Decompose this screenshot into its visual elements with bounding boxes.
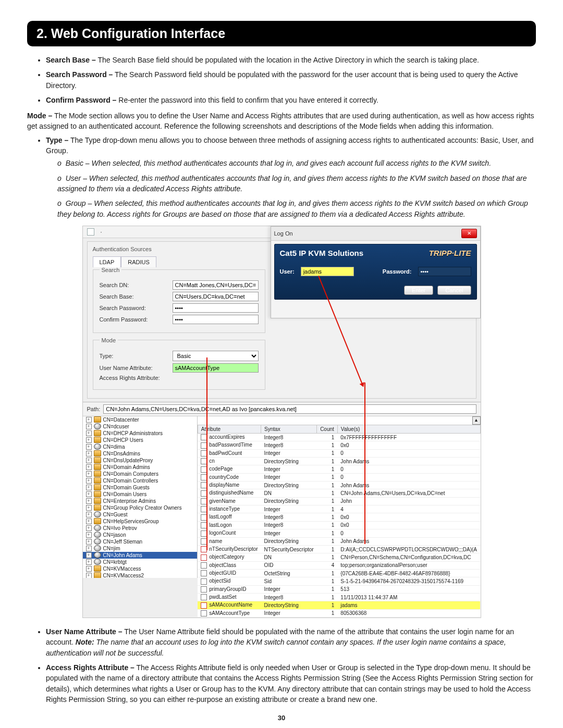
tree-node[interactable]: +CN=DHCP Users: [83, 437, 197, 443]
col-value[interactable]: Value(s): [337, 425, 480, 433]
search-password-input[interactable]: [173, 303, 259, 313]
tree-toggle-icon[interactable]: +: [86, 485, 92, 490]
attr-row[interactable]: objectCategoryDN1CN=Person,CN=Schema,CN=…: [198, 553, 480, 561]
tree-toggle-icon[interactable]: +: [86, 491, 92, 497]
attr-value: 513: [337, 585, 480, 593]
tree-toggle-icon[interactable]: +: [86, 424, 92, 429]
tab-ldap[interactable]: LDAP: [93, 256, 121, 267]
tree-toggle-icon[interactable]: +: [86, 417, 92, 423]
confirm-password-input[interactable]: [173, 315, 259, 324]
tree-toggle-icon[interactable]: +: [86, 519, 92, 524]
attr-value: 0x0: [337, 521, 480, 529]
attr-value: CN=John Adams,CN=Users,DC=kva,DC=net: [337, 489, 480, 497]
tree-node[interactable]: +CN=dcuser: [83, 423, 197, 430]
tree-toggle-icon[interactable]: +: [86, 573, 92, 578]
col-syntax[interactable]: Syntax: [261, 425, 317, 433]
folder-icon: [94, 416, 101, 423]
tree-node[interactable]: +CN=Datacenter: [83, 416, 197, 423]
attr-row[interactable]: objectGUIDOctetString1{07CA268B-EA4E-4DB…: [198, 569, 480, 577]
attr-row[interactable]: distinguishedNameDN1CN=John Adams,CN=Use…: [198, 489, 480, 497]
attr-value: 0x7FFFFFFFFFFFFFFF: [337, 433, 480, 441]
attr-row[interactable]: displayNameDirectoryString1John Adams: [198, 482, 480, 489]
ldap-path-input[interactable]: [103, 404, 476, 414]
tree-node[interactable]: +CN=Ivo Petrov: [83, 525, 197, 532]
tree-toggle-icon[interactable]: +: [86, 430, 92, 436]
tree-node[interactable]: +CN=John Adams: [83, 552, 197, 559]
attr-row[interactable]: sAMAccountNameDirectoryString1jadams: [198, 601, 480, 609]
attr-row[interactable]: badPasswordTimeInteger810x0: [198, 441, 480, 449]
attr-row[interactable]: primaryGroupIDInteger1513: [198, 585, 480, 593]
tree-node[interactable]: +CN=KVMaccess2: [83, 572, 197, 578]
tree-toggle-icon[interactable]: +: [86, 532, 92, 538]
tree-toggle-icon[interactable]: +: [86, 512, 92, 517]
attr-row[interactable]: objectSidSid1S-1-5-21-943964784-26702483…: [198, 577, 480, 585]
attr-row[interactable]: countryCodeInteger10: [198, 473, 480, 481]
mode-una-input[interactable]: [173, 363, 259, 373]
attr-syntax: Integer8: [261, 433, 317, 441]
auth-sources-legend: Authentication Sources: [93, 246, 152, 252]
close-icon[interactable]: ✕: [461, 229, 477, 238]
tree-toggle-icon[interactable]: +: [86, 539, 92, 545]
tree-toggle-icon[interactable]: +: [86, 566, 92, 572]
tree-toggle-icon[interactable]: +: [86, 444, 92, 450]
logon-user-input[interactable]: [301, 267, 354, 276]
attr-row[interactable]: sAMAccountTypeInteger1805306368: [198, 609, 480, 617]
tree-node[interactable]: +CN=Guest: [83, 511, 197, 518]
tree-node[interactable]: +CN=KVMaccess: [83, 565, 197, 572]
tree-toggle-icon[interactable]: +: [86, 471, 92, 477]
tree-toggle-icon[interactable]: +: [86, 505, 92, 511]
tree-node[interactable]: +CN=DnsUpdateProxy: [83, 457, 197, 464]
attr-row[interactable]: instanceTypeInteger14: [198, 505, 480, 513]
tree-node[interactable]: +CN=Jeff Stieman: [83, 538, 197, 545]
attr-value: jadams: [337, 601, 480, 609]
tree-node[interactable]: +CN=Domain Controllers: [83, 477, 197, 484]
mode-type-select[interactable]: Basic: [173, 351, 259, 361]
attr-row[interactable]: lastLogoffInteger810x0: [198, 513, 480, 521]
attr-row[interactable]: pwdLastSetInteger8111/11/2013 11:44:37 A…: [198, 594, 480, 601]
scroll-up-icon[interactable]: ▲: [472, 416, 481, 425]
attr-row[interactable]: accountExpiresInteger810x7FFFFFFFFFFFFFF…: [198, 433, 480, 441]
tree-node[interactable]: +CN=dima: [83, 443, 197, 450]
attr-row[interactable]: cnDirectoryString1John Adams: [198, 457, 480, 465]
tree-toggle-icon[interactable]: +: [86, 458, 92, 463]
folder-icon: [94, 430, 101, 436]
attr-row[interactable]: nTSecurityDescriptorNTSecurityDescriptor…: [198, 545, 480, 553]
attr-row[interactable]: logonCountInteger10: [198, 529, 480, 537]
tree-node[interactable]: +CN=HelpServicesGroup: [83, 518, 197, 525]
tree-node[interactable]: +CN=krbtgt: [83, 559, 197, 565]
ldap-tree[interactable]: +CN=Datacenter+CN=dcuser+CN=DHCP Adminis…: [83, 416, 198, 578]
tree-node[interactable]: +CN=Domain Guests: [83, 484, 197, 491]
attr-row[interactable]: lastLogonInteger810x0: [198, 521, 480, 529]
attr-row[interactable]: codePageInteger10: [198, 465, 480, 473]
search-dn-input[interactable]: [173, 280, 259, 290]
tree-node[interactable]: +CN=Domain Computers: [83, 471, 197, 477]
attr-row[interactable]: objectClassOID4top;person;organizational…: [198, 561, 480, 569]
cancel-button[interactable]: Cancel: [437, 286, 471, 295]
tree-toggle-icon[interactable]: +: [86, 552, 92, 558]
attr-row[interactable]: nameDirectoryString1John Adams: [198, 537, 480, 545]
tree-toggle-icon[interactable]: +: [86, 498, 92, 504]
tree-node[interactable]: +CN=Domain Users: [83, 491, 197, 498]
enter-button[interactable]: Enter: [404, 286, 433, 295]
tree-toggle-icon[interactable]: +: [86, 464, 92, 470]
tree-node[interactable]: +CN=Domain Admins: [83, 464, 197, 471]
tree-toggle-icon[interactable]: +: [86, 525, 92, 531]
attr-row[interactable]: badPwdCountInteger10: [198, 449, 480, 457]
tree-node[interactable]: +CN=jason: [83, 532, 197, 538]
tab-radius[interactable]: RADIUS: [121, 256, 156, 267]
tree-node[interactable]: +CN=Enterprise Admins: [83, 498, 197, 504]
tree-node[interactable]: +CN=DHCP Administrators: [83, 430, 197, 437]
toolbar-checkbox[interactable]: [87, 228, 94, 236]
tree-toggle-icon[interactable]: +: [86, 559, 92, 565]
search-base-input[interactable]: [173, 292, 259, 301]
attr-row[interactable]: givenNameDirectoryString1John: [198, 497, 480, 505]
tree-node[interactable]: +CN=jim: [83, 545, 197, 552]
tree-toggle-icon[interactable]: +: [86, 478, 92, 484]
logon-password-input[interactable]: [418, 267, 471, 276]
tree-toggle-icon[interactable]: +: [86, 546, 92, 551]
tree-toggle-icon[interactable]: +: [86, 437, 92, 443]
tree-toggle-icon[interactable]: +: [86, 451, 92, 456]
tree-node[interactable]: +CN=Group Policy Creator Owners: [83, 504, 197, 511]
tree-node[interactable]: +CN=DnsAdmins: [83, 450, 197, 457]
col-count[interactable]: Count: [317, 425, 338, 433]
